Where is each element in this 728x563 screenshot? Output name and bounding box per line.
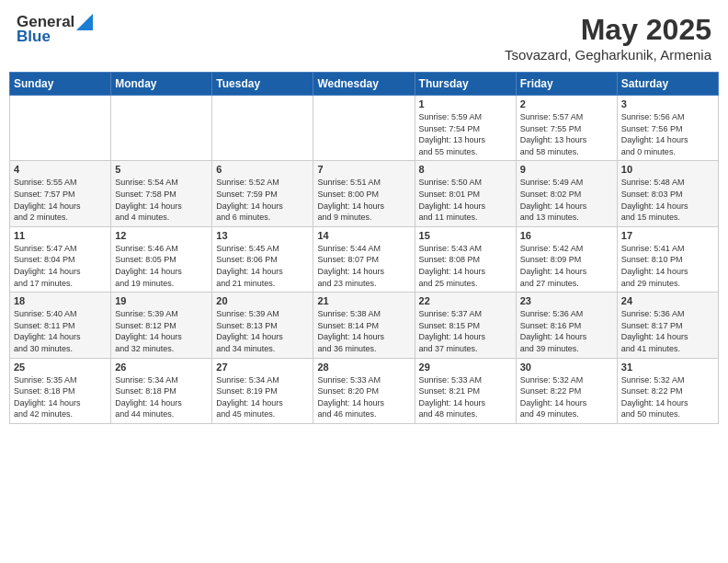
- table-row: 3Sunrise: 5:56 AM Sunset: 7:56 PM Daylig…: [617, 96, 718, 161]
- month-title: May 2025: [505, 13, 711, 47]
- table-row: 23Sunrise: 5:36 AM Sunset: 8:16 PM Dayli…: [516, 293, 617, 358]
- day-number: 27: [216, 362, 309, 373]
- table-row: 14Sunrise: 5:44 AM Sunset: 8:07 PM Dayli…: [313, 226, 415, 292]
- day-info: Sunrise: 5:50 AM Sunset: 8:01 PM Dayligh…: [419, 177, 512, 223]
- day-info: Sunrise: 5:59 AM Sunset: 7:54 PM Dayligh…: [419, 111, 512, 157]
- day-number: 20: [216, 295, 309, 306]
- day-number: 3: [621, 98, 714, 109]
- day-number: 2: [520, 98, 613, 109]
- day-info: Sunrise: 5:40 AM Sunset: 8:11 PM Dayligh…: [14, 308, 107, 354]
- day-info: Sunrise: 5:39 AM Sunset: 8:13 PM Dayligh…: [216, 308, 309, 354]
- table-row: 12Sunrise: 5:46 AM Sunset: 8:05 PM Dayli…: [111, 226, 212, 292]
- day-number: 29: [419, 362, 512, 373]
- day-number: 22: [419, 295, 512, 306]
- day-info: Sunrise: 5:41 AM Sunset: 8:10 PM Dayligh…: [621, 243, 714, 289]
- day-number: 7: [317, 164, 410, 175]
- day-info: Sunrise: 5:44 AM Sunset: 8:07 PM Dayligh…: [317, 243, 410, 289]
- day-number: 15: [419, 230, 512, 241]
- col-monday: Monday: [111, 73, 212, 96]
- table-row: 8Sunrise: 5:50 AM Sunset: 8:01 PM Daylig…: [415, 161, 516, 226]
- day-number: 10: [621, 164, 714, 175]
- day-info: Sunrise: 5:46 AM Sunset: 8:05 PM Dayligh…: [115, 243, 208, 289]
- table-row: 19Sunrise: 5:39 AM Sunset: 8:12 PM Dayli…: [111, 293, 212, 358]
- table-row: [313, 96, 415, 161]
- svg-marker-0: [76, 14, 93, 30]
- day-info: Sunrise: 5:56 AM Sunset: 7:56 PM Dayligh…: [621, 111, 714, 157]
- logo-triangle-icon: [76, 14, 93, 30]
- day-number: 11: [14, 230, 107, 241]
- table-row: 2Sunrise: 5:57 AM Sunset: 7:55 PM Daylig…: [516, 96, 617, 161]
- day-info: Sunrise: 5:34 AM Sunset: 8:19 PM Dayligh…: [216, 374, 309, 420]
- table-row: 27Sunrise: 5:34 AM Sunset: 8:19 PM Dayli…: [212, 358, 313, 423]
- day-number: 18: [14, 295, 107, 306]
- day-info: Sunrise: 5:54 AM Sunset: 7:58 PM Dayligh…: [115, 177, 208, 223]
- table-row: [10, 96, 111, 161]
- day-number: 25: [14, 362, 107, 373]
- day-info: Sunrise: 5:39 AM Sunset: 8:12 PM Dayligh…: [115, 308, 208, 354]
- table-row: 18Sunrise: 5:40 AM Sunset: 8:11 PM Dayli…: [10, 293, 111, 358]
- day-number: 13: [216, 230, 309, 241]
- calendar-week-1: 1Sunrise: 5:59 AM Sunset: 7:54 PM Daylig…: [10, 96, 719, 161]
- col-wednesday: Wednesday: [313, 73, 415, 96]
- day-number: 1: [419, 98, 512, 109]
- day-number: 19: [115, 295, 208, 306]
- table-row: 24Sunrise: 5:36 AM Sunset: 8:17 PM Dayli…: [617, 293, 718, 358]
- day-number: 24: [621, 295, 714, 306]
- table-row: 21Sunrise: 5:38 AM Sunset: 8:14 PM Dayli…: [313, 293, 415, 358]
- table-row: 29Sunrise: 5:33 AM Sunset: 8:21 PM Dayli…: [415, 358, 516, 423]
- day-number: 23: [520, 295, 613, 306]
- day-number: 6: [216, 164, 309, 175]
- table-row: 17Sunrise: 5:41 AM Sunset: 8:10 PM Dayli…: [617, 226, 718, 292]
- table-row: 4Sunrise: 5:55 AM Sunset: 7:57 PM Daylig…: [10, 161, 111, 226]
- table-row: 9Sunrise: 5:49 AM Sunset: 8:02 PM Daylig…: [516, 161, 617, 226]
- table-row: 30Sunrise: 5:32 AM Sunset: 8:22 PM Dayli…: [516, 358, 617, 423]
- day-number: 14: [317, 230, 410, 241]
- day-info: Sunrise: 5:32 AM Sunset: 8:22 PM Dayligh…: [520, 374, 613, 420]
- location: Tsovazard, Gegharkunik, Armenia: [505, 47, 711, 63]
- title-block: May 2025 Tsovazard, Gegharkunik, Armenia: [505, 13, 711, 63]
- day-number: 26: [115, 362, 208, 373]
- day-info: Sunrise: 5:47 AM Sunset: 8:04 PM Dayligh…: [14, 243, 107, 289]
- day-info: Sunrise: 5:49 AM Sunset: 8:02 PM Dayligh…: [520, 177, 613, 223]
- day-number: 8: [419, 164, 512, 175]
- calendar-week-4: 18Sunrise: 5:40 AM Sunset: 8:11 PM Dayli…: [10, 293, 719, 358]
- day-info: Sunrise: 5:37 AM Sunset: 8:15 PM Dayligh…: [419, 308, 512, 354]
- day-number: 9: [520, 164, 613, 175]
- logo-blue-text: Blue: [17, 28, 51, 46]
- table-row: [212, 96, 313, 161]
- day-info: Sunrise: 5:42 AM Sunset: 8:09 PM Dayligh…: [520, 243, 613, 289]
- table-row: 22Sunrise: 5:37 AM Sunset: 8:15 PM Dayli…: [415, 293, 516, 358]
- page-header: General Blue May 2025 Tsovazard, Geghark…: [9, 9, 719, 66]
- day-info: Sunrise: 5:36 AM Sunset: 8:16 PM Dayligh…: [520, 308, 613, 354]
- col-friday: Friday: [516, 73, 617, 96]
- day-number: 4: [14, 164, 107, 175]
- calendar-header-row: Sunday Monday Tuesday Wednesday Thursday…: [10, 73, 719, 96]
- table-row: [111, 96, 212, 161]
- table-row: 11Sunrise: 5:47 AM Sunset: 8:04 PM Dayli…: [10, 226, 111, 292]
- table-row: 15Sunrise: 5:43 AM Sunset: 8:08 PM Dayli…: [415, 226, 516, 292]
- table-row: 13Sunrise: 5:45 AM Sunset: 8:06 PM Dayli…: [212, 226, 313, 292]
- day-number: 21: [317, 295, 410, 306]
- table-row: 10Sunrise: 5:48 AM Sunset: 8:03 PM Dayli…: [617, 161, 718, 226]
- day-number: 31: [621, 362, 714, 373]
- table-row: 28Sunrise: 5:33 AM Sunset: 8:20 PM Dayli…: [313, 358, 415, 423]
- day-info: Sunrise: 5:48 AM Sunset: 8:03 PM Dayligh…: [621, 177, 714, 223]
- col-tuesday: Tuesday: [212, 73, 313, 96]
- day-info: Sunrise: 5:32 AM Sunset: 8:22 PM Dayligh…: [621, 374, 714, 420]
- calendar-week-2: 4Sunrise: 5:55 AM Sunset: 7:57 PM Daylig…: [10, 161, 719, 226]
- day-info: Sunrise: 5:35 AM Sunset: 8:18 PM Dayligh…: [14, 374, 107, 420]
- table-row: 7Sunrise: 5:51 AM Sunset: 8:00 PM Daylig…: [313, 161, 415, 226]
- col-sunday: Sunday: [10, 73, 111, 96]
- day-number: 28: [317, 362, 410, 373]
- day-number: 12: [115, 230, 208, 241]
- col-thursday: Thursday: [415, 73, 516, 96]
- table-row: 26Sunrise: 5:34 AM Sunset: 8:18 PM Dayli…: [111, 358, 212, 423]
- day-info: Sunrise: 5:55 AM Sunset: 7:57 PM Dayligh…: [14, 177, 107, 223]
- calendar-table: Sunday Monday Tuesday Wednesday Thursday…: [9, 72, 719, 424]
- day-info: Sunrise: 5:52 AM Sunset: 7:59 PM Dayligh…: [216, 177, 309, 223]
- day-number: 30: [520, 362, 613, 373]
- day-info: Sunrise: 5:45 AM Sunset: 8:06 PM Dayligh…: [216, 243, 309, 289]
- table-row: 6Sunrise: 5:52 AM Sunset: 7:59 PM Daylig…: [212, 161, 313, 226]
- day-info: Sunrise: 5:33 AM Sunset: 8:21 PM Dayligh…: [419, 374, 512, 420]
- logo: General Blue: [17, 13, 93, 46]
